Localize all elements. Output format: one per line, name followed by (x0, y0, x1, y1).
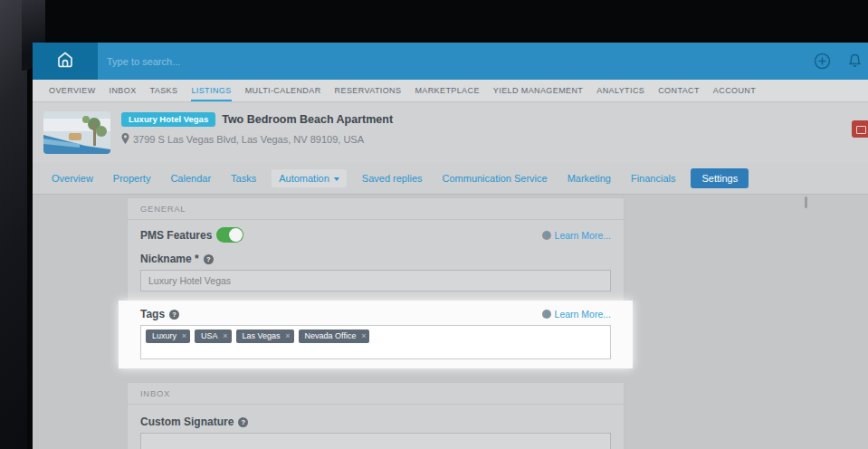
remove-tag-icon[interactable] (182, 330, 186, 343)
nickname-field-block: Nickname * (140, 253, 611, 291)
custom-signature-block: Custom Signature (140, 416, 611, 449)
general-panel: GENERAL PMS Features Learn More... (127, 197, 625, 369)
learn-more-label: Learn More... (555, 230, 611, 241)
tags-help-icon[interactable] (169, 310, 179, 320)
tag-chip[interactable]: Las Vegas (236, 330, 294, 343)
tab-yield-management[interactable]: YIELD MANAGEMENT (493, 80, 583, 101)
tab-reservations[interactable]: RESERVATIONS (335, 80, 402, 101)
nickname-input[interactable] (140, 270, 611, 291)
nickname-help-icon[interactable] (204, 254, 214, 264)
home-button[interactable] (33, 43, 98, 80)
subtab-communication-service[interactable]: Communication Service (438, 169, 552, 187)
subtab-property[interactable]: Property (109, 169, 156, 187)
property-address: 3799 S Las Vegas Blvd, Las Vegas, NV 891… (133, 134, 364, 145)
property-group-badge[interactable]: Luxury Hotel Vegas (121, 112, 215, 127)
inbox-panel: INBOX Custom Signature (127, 382, 625, 449)
subtab-financials[interactable]: Financials (626, 169, 681, 187)
subtab-automation-label: Automation (279, 173, 329, 184)
home-icon (54, 49, 76, 74)
tab-listings[interactable]: LISTINGS (191, 80, 231, 101)
pms-features-row: PMS Features Learn More... (140, 227, 611, 243)
property-thumbnail[interactable] (43, 111, 110, 154)
general-section-header: GENERAL (128, 198, 624, 220)
tab-contact[interactable]: CONTACT (658, 80, 700, 101)
tag-label: Luxury (152, 331, 176, 340)
tags-input-box[interactable]: Luxury USA Las Vegas Nevada Office (140, 325, 611, 359)
subtab-automation[interactable]: Automation (272, 169, 347, 187)
remove-tag-icon[interactable] (361, 330, 366, 343)
tag-chip[interactable]: USA (195, 330, 232, 343)
settings-content: GENERAL PMS Features Learn More... (33, 194, 868, 449)
property-header: Luxury Hotel Vegas Two Bedroom Beach Apa… (33, 102, 868, 163)
notifications-button[interactable] (845, 52, 864, 71)
question-circle-icon (542, 310, 551, 319)
tags-label: Tags (140, 308, 165, 320)
tab-analytics[interactable]: ANALYTICS (596, 80, 644, 101)
pms-learn-more-link[interactable]: Learn More... (542, 230, 611, 241)
tag-label: Las Vegas (243, 331, 281, 340)
subtab-saved-replies[interactable]: Saved replies (358, 169, 427, 187)
remove-tag-icon[interactable] (285, 330, 290, 343)
inbox-section-header: INBOX (128, 383, 624, 405)
pms-features-label: PMS Features (140, 229, 212, 242)
subtab-tasks[interactable]: Tasks (226, 169, 261, 187)
toggle-knob (229, 228, 243, 242)
tab-marketplace[interactable]: MARKETPLACE (415, 80, 479, 101)
custom-signature-help-icon[interactable] (238, 417, 248, 427)
status-badge-cutoff[interactable] (852, 120, 868, 138)
tag-chip[interactable]: Nevada Office (299, 330, 370, 343)
top-bar (33, 43, 868, 80)
vertical-scrollbar[interactable] (803, 195, 809, 449)
add-button[interactable] (813, 52, 832, 71)
location-pin-icon (121, 131, 129, 148)
tag-label: Nevada Office (305, 331, 357, 340)
tag-label: USA (201, 331, 218, 340)
chevron-down-icon (334, 177, 339, 181)
tag-chip[interactable]: Luxury (146, 330, 190, 343)
subtab-overview[interactable]: Overview (47, 169, 98, 187)
nickname-label: Nickname * (140, 253, 199, 265)
tab-account[interactable]: ACCOUNT (713, 80, 756, 101)
plus-circle-icon (813, 58, 832, 73)
pms-features-toggle[interactable] (216, 227, 243, 243)
app-window: OVERVIEW INBOX TASKS LISTINGS MULTI-CALE… (33, 43, 868, 449)
tab-tasks[interactable]: TASKS (150, 80, 178, 101)
main-nav: OVERVIEW INBOX TASKS LISTINGS MULTI-CALE… (33, 80, 868, 102)
tab-multi-calendar[interactable]: MULTI-CALENDAR (245, 80, 321, 101)
remove-tag-icon[interactable] (223, 330, 227, 343)
tags-section-highlighted: Tags Learn More... Luxury USA (119, 301, 633, 368)
scrollbar-thumb[interactable] (805, 196, 807, 208)
question-circle-icon (542, 231, 551, 240)
monitor-bezel-top (27, 0, 868, 43)
pms-features-label-row: PMS Features (140, 227, 243, 243)
screenshot-stage: OVERVIEW INBOX TASKS LISTINGS MULTI-CALE… (0, 0, 868, 449)
subtab-marketing[interactable]: Marketing (563, 169, 615, 187)
learn-more-label: Learn More... (555, 309, 611, 320)
listing-subnav: Overview Property Calendar Tasks Automat… (33, 163, 868, 194)
search-input[interactable] (107, 43, 360, 80)
tab-inbox[interactable]: INBOX (110, 80, 137, 101)
custom-signature-textarea[interactable] (140, 433, 611, 449)
subtab-settings[interactable]: Settings (691, 168, 749, 188)
bell-icon (845, 58, 864, 73)
property-info: Luxury Hotel Vegas Two Bedroom Beach Apa… (121, 112, 393, 148)
tags-learn-more-link[interactable]: Learn More... (542, 309, 611, 320)
property-title: Two Bedroom Beach Apartment (222, 113, 393, 126)
custom-signature-label: Custom Signature (140, 416, 234, 428)
subtab-calendar[interactable]: Calendar (166, 169, 215, 187)
tab-overview[interactable]: OVERVIEW (49, 80, 96, 101)
